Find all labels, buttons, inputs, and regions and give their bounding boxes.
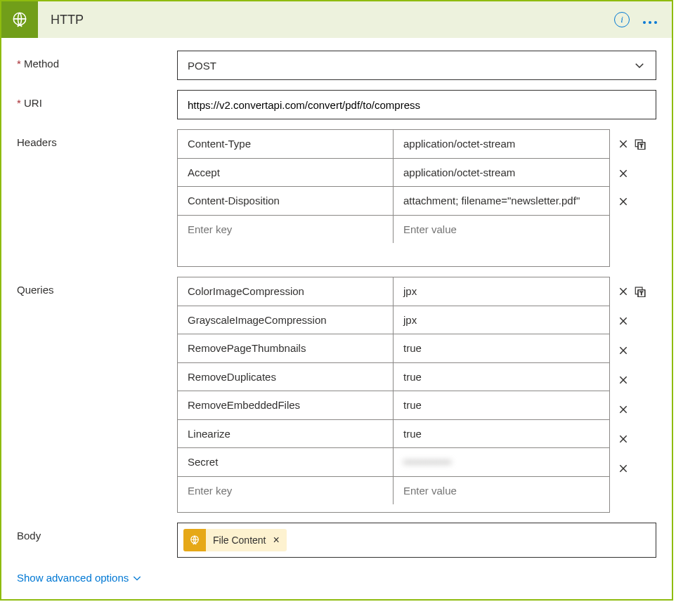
uri-input[interactable] [177, 90, 656, 119]
table-row: RemoveEmbeddedFilestrue [178, 391, 609, 420]
row-action-slot: T [617, 129, 656, 159]
chevron-down-icon [633, 59, 646, 72]
kv-key[interactable]: RemoveEmbeddedFiles [178, 391, 394, 419]
method-value: POST [188, 60, 633, 72]
row-action-slot [617, 424, 656, 454]
pill-globe-icon [183, 529, 206, 551]
table-row: RemoveDuplicatestrue [178, 363, 609, 392]
method-row: * Method POST [17, 51, 656, 80]
pill-label: File Content [206, 535, 271, 546]
more-menu-icon[interactable] [642, 12, 658, 28]
uri-row: * URI [17, 90, 656, 119]
row-action-slot [617, 336, 656, 365]
kv-key[interactable]: Content-Type [178, 130, 394, 158]
dynamic-content-pill[interactable]: File Content × [183, 529, 287, 551]
kv-key-placeholder[interactable]: Enter key [178, 216, 394, 244]
row-action-slot: T [617, 277, 656, 306]
delete-icon[interactable] [617, 315, 630, 327]
delete-icon[interactable] [617, 344, 630, 357]
kv-key[interactable]: Linearize [178, 420, 394, 448]
svg-text:T: T [640, 290, 644, 296]
delete-icon[interactable] [617, 285, 630, 298]
delete-icon[interactable] [617, 462, 630, 475]
row-action-slot [617, 483, 656, 513]
headers-row: Headers Content-Typeapplication/octet-st… [17, 129, 656, 267]
kv-value-placeholder[interactable]: Enter value [394, 216, 609, 244]
row-action-slot [617, 395, 656, 424]
kv-key[interactable]: GrayscaleImageCompression [178, 306, 394, 334]
headers-label: Headers [17, 129, 177, 148]
table-row: ColorImageCompressionjpx [178, 277, 609, 306]
table-row: GrayscaleImageCompressionjpx [178, 306, 609, 335]
kv-value[interactable]: true [394, 334, 609, 362]
method-select[interactable]: POST [177, 51, 656, 80]
action-body: * Method POST * URI Headers Content-Type… [1, 38, 672, 599]
chevron-down-icon [131, 572, 143, 584]
kv-key-placeholder[interactable]: Enter key [178, 477, 394, 505]
svg-point-2 [649, 21, 651, 24]
text-mode-toggle-icon[interactable]: T [634, 285, 646, 298]
row-action-slot [617, 237, 656, 267]
kv-key[interactable]: Secret [178, 448, 394, 476]
pill-remove-icon[interactable]: × [271, 534, 286, 546]
kv-value[interactable]: application/octet-stream [394, 159, 609, 187]
kv-key[interactable]: Content-Disposition [178, 187, 394, 215]
kv-value-placeholder[interactable]: Enter value [394, 477, 609, 505]
row-action-slot [617, 188, 656, 237]
delete-icon[interactable] [617, 433, 630, 445]
kv-value[interactable]: true [394, 363, 609, 391]
table-row: Content-Dispositionattachment; filename=… [178, 187, 609, 216]
show-advanced-link[interactable]: Show advanced options [17, 572, 143, 584]
svg-point-1 [643, 21, 646, 24]
headers-actions: T [610, 129, 656, 267]
kv-value[interactable]: true [394, 391, 609, 419]
table-row-placeholder: Enter keyEnter value [178, 216, 609, 244]
kv-value[interactable]: true [394, 420, 609, 448]
delete-icon[interactable] [617, 167, 630, 180]
globe-icon [11, 11, 29, 29]
row-action-slot [617, 454, 656, 483]
table-row: Content-Typeapplication/octet-stream [178, 130, 609, 159]
headers-table: Content-Typeapplication/octet-streamAcce… [177, 129, 610, 267]
kv-value[interactable]: jpx [394, 277, 609, 306]
delete-icon[interactable] [617, 403, 630, 416]
globe-icon-box [1, 1, 38, 38]
kv-key[interactable]: RemoveDuplicates [178, 363, 394, 391]
body-field[interactable]: File Content × [177, 523, 656, 558]
delete-icon[interactable] [617, 195, 630, 208]
table-row: Acceptapplication/octet-stream [178, 159, 609, 188]
queries-row: Queries ColorImageCompressionjpxGrayscal… [17, 277, 656, 513]
http-action-card: HTTP i * Method POST * URI Headers [0, 0, 673, 601]
delete-icon[interactable] [617, 374, 630, 386]
kv-key[interactable]: ColorImageCompression [178, 277, 394, 306]
action-header: HTTP i [1, 1, 672, 38]
method-label: * Method [17, 51, 177, 70]
kv-value[interactable]: application/octet-stream [394, 130, 609, 158]
queries-actions: T [610, 277, 656, 513]
kv-key[interactable]: RemovePageThumbnails [178, 334, 394, 362]
row-action-slot [617, 365, 656, 395]
kv-value[interactable]: jpx [394, 306, 609, 334]
info-icon[interactable]: i [614, 12, 630, 27]
delete-icon[interactable] [617, 138, 630, 150]
queries-table: ColorImageCompressionjpxGrayscaleImageCo… [177, 277, 610, 513]
table-row: Linearizetrue [178, 420, 609, 449]
row-action-slot [617, 159, 656, 188]
svg-point-3 [654, 21, 657, 24]
table-row-placeholder: Enter keyEnter value [178, 477, 609, 505]
svg-text:T: T [640, 143, 644, 149]
table-row: Secret••••••••••••• [178, 448, 609, 477]
kv-value[interactable]: ••••••••••••• [394, 448, 609, 476]
table-row: RemovePageThumbnailstrue [178, 334, 609, 363]
action-title: HTTP [51, 13, 614, 27]
uri-label: * URI [17, 90, 177, 109]
queries-label: Queries [17, 277, 177, 296]
kv-key[interactable]: Accept [178, 159, 394, 187]
body-row: Body File Content × [17, 523, 656, 558]
body-label: Body [17, 523, 177, 542]
text-mode-toggle-icon[interactable]: T [634, 138, 646, 150]
row-action-slot [617, 306, 656, 336]
kv-value[interactable]: attachment; filename="newsletter.pdf" [394, 187, 609, 215]
